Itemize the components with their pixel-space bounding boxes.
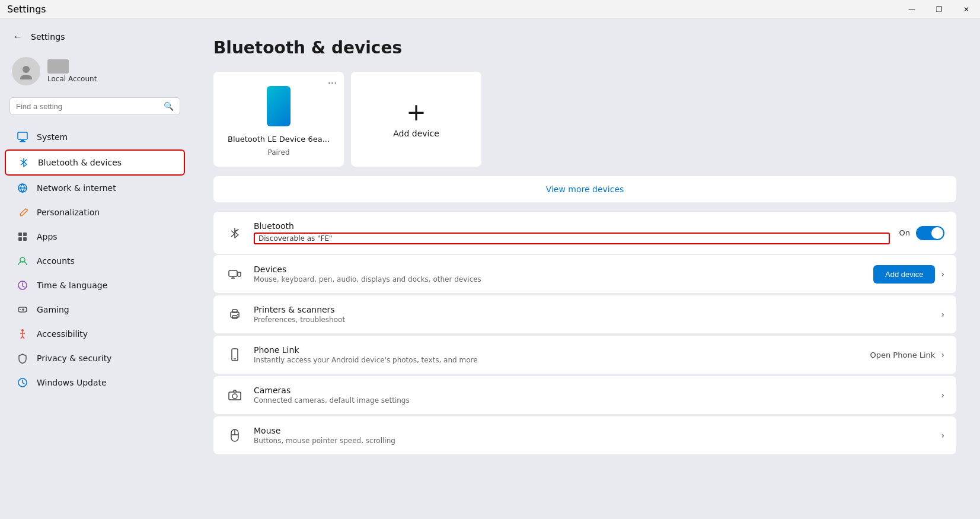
device-more-button[interactable]: ··· — [328, 78, 337, 89]
devices-row-subtitle: Mouse, keyboard, pen, audio, displays an… — [254, 275, 864, 284]
phonelink-row-content: Phone Link Instantly access your Android… — [254, 345, 861, 364]
back-button[interactable]: ← — [9, 28, 26, 45]
svg-point-34 — [232, 394, 237, 399]
sidebar-item-bluetooth[interactable]: Bluetooth & devices — [5, 149, 185, 176]
restore-button[interactable]: ❐ — [925, 0, 953, 19]
titlebar-controls: — ❐ ✕ — [898, 0, 980, 19]
phonelink-row-subtitle: Instantly access your Android device's p… — [254, 356, 861, 364]
svg-point-0 — [23, 66, 30, 73]
svg-rect-3 — [21, 140, 24, 141]
bluetooth-discoverable: Discoverable as "FE" — [254, 233, 890, 244]
devices-chevron: › — [941, 269, 944, 279]
mouse-chevron: › — [941, 431, 944, 440]
close-button[interactable]: ✕ — [953, 0, 980, 19]
svg-point-30 — [237, 314, 238, 315]
sidebar-item-accessibility[interactable]: Accessibility — [5, 322, 185, 346]
settings-row-devices[interactable]: Devices Mouse, keyboard, pen, audio, dis… — [213, 255, 956, 293]
device-card-paired[interactable]: ··· Bluetooth LE Device 6ea... Paired — [213, 72, 344, 167]
cameras-row-right: › — [941, 390, 944, 400]
printers-row-right: › — [941, 310, 944, 319]
svg-point-16 — [20, 309, 21, 310]
settings-row-cameras[interactable]: Cameras Connected cameras, default image… — [213, 376, 956, 414]
sidebar-item-label-accounts: Accounts — [37, 256, 75, 266]
phonelink-icon — [225, 345, 244, 364]
view-more-devices[interactable]: View more devices — [213, 176, 956, 202]
phonelink-row-right: Open Phone Link › — [870, 350, 945, 359]
user-info: Local Account — [47, 59, 97, 83]
devices-row-content: Devices Mouse, keyboard, pen, audio, dis… — [254, 265, 864, 284]
sidebar-item-label-personalization: Personalization — [37, 208, 100, 217]
minimize-button[interactable]: — — [898, 0, 925, 19]
devices-grid: ··· Bluetooth LE Device 6ea... Paired + … — [213, 72, 956, 167]
printers-row-subtitle: Preferences, troubleshoot — [254, 316, 931, 324]
svg-line-21 — [23, 336, 24, 339]
svg-point-17 — [21, 329, 24, 332]
device-status: Paired — [267, 148, 289, 157]
printers-row-title: Printers & scanners — [254, 305, 931, 314]
sidebar-item-privacy[interactable]: Privacy & security — [5, 346, 185, 370]
device-name: Bluetooth LE Device 6ea... — [228, 135, 330, 144]
phonelink-chevron: › — [941, 350, 944, 359]
sidebar-item-system[interactable]: System — [5, 125, 185, 149]
mouse-row-right: › — [941, 431, 944, 440]
search-icon: 🔍 — [164, 101, 174, 111]
cameras-icon — [225, 386, 244, 405]
svg-rect-24 — [238, 272, 241, 276]
accessibility-icon — [17, 328, 28, 340]
cameras-chevron: › — [941, 390, 944, 400]
sidebar-item-accounts[interactable]: Accounts — [5, 249, 185, 273]
svg-rect-4 — [20, 141, 25, 142]
sidebar-item-label-time: Time & language — [37, 281, 107, 290]
sidebar-item-personalization[interactable]: Personalization — [5, 200, 185, 224]
sidebar-item-label-gaming: Gaming — [37, 305, 69, 314]
svg-rect-23 — [229, 270, 237, 276]
personalization-icon — [17, 206, 28, 218]
cameras-row-title: Cameras — [254, 386, 931, 395]
printers-row-content: Printers & scanners Preferences, trouble… — [254, 305, 931, 324]
sidebar-item-time[interactable]: Time & language — [5, 273, 185, 297]
settings-title: Settings — [31, 32, 65, 42]
settings-row-mouse[interactable]: Mouse Buttons, mouse pointer speed, scro… — [213, 416, 956, 454]
apps-icon — [17, 231, 28, 243]
bluetooth-toggle-label: On — [899, 228, 910, 237]
mouse-icon — [225, 426, 244, 445]
sidebar-item-label-apps: Apps — [37, 232, 58, 241]
svg-rect-7 — [18, 233, 22, 236]
search-box[interactable]: 🔍 — [9, 97, 180, 115]
page-title: Bluetooth & devices — [213, 38, 956, 58]
sidebar-item-label-update: Windows Update — [37, 378, 107, 387]
settings-rows: Devices Mouse, keyboard, pen, audio, dis… — [213, 255, 956, 456]
devices-icon — [225, 265, 244, 284]
titlebar-left: Settings — [7, 4, 46, 15]
avatar — [12, 57, 40, 85]
devices-row-right: Add device › — [873, 265, 944, 284]
toggle-knob — [931, 227, 943, 239]
sidebar: ← Settings Local Account 🔍 — [0, 19, 190, 519]
sidebar-item-gaming[interactable]: Gaming — [5, 298, 185, 321]
bluetooth-toggle[interactable] — [916, 226, 944, 240]
sidebar-item-label-system: System — [37, 132, 68, 142]
main-content: Bluetooth & devices ··· Bluetooth LE Dev… — [190, 19, 980, 519]
bluetooth-row[interactable]: Bluetooth Discoverable as "FE" On — [213, 212, 956, 254]
svg-rect-8 — [23, 233, 27, 236]
svg-rect-9 — [18, 237, 22, 241]
settings-row-phonelink[interactable]: Phone Link Instantly access your Android… — [213, 336, 956, 374]
sidebar-item-network[interactable]: Network & internet — [5, 176, 185, 200]
user-section[interactable]: Local Account — [0, 52, 190, 97]
devices-row-title: Devices — [254, 265, 864, 274]
add-device-label: Add device — [393, 129, 439, 138]
add-device-card[interactable]: + Add device — [351, 72, 481, 167]
search-input[interactable] — [16, 102, 159, 111]
settings-row-printers[interactable]: Printers & scanners Preferences, trouble… — [213, 295, 956, 333]
sidebar-item-apps[interactable]: Apps — [5, 225, 185, 249]
network-icon — [17, 182, 28, 194]
sidebar-item-label-accessibility: Accessibility — [37, 329, 88, 339]
titlebar-title: Settings — [7, 4, 46, 15]
app-container: ← Settings Local Account 🔍 — [0, 19, 980, 519]
svg-point-1 — [20, 75, 32, 79]
sidebar-item-update[interactable]: Windows Update — [5, 371, 185, 394]
add-plus-icon: + — [406, 100, 426, 124]
time-icon — [17, 279, 28, 291]
open-phonelink-label: Open Phone Link — [870, 351, 936, 359]
add-device-button[interactable]: Add device — [873, 265, 935, 284]
